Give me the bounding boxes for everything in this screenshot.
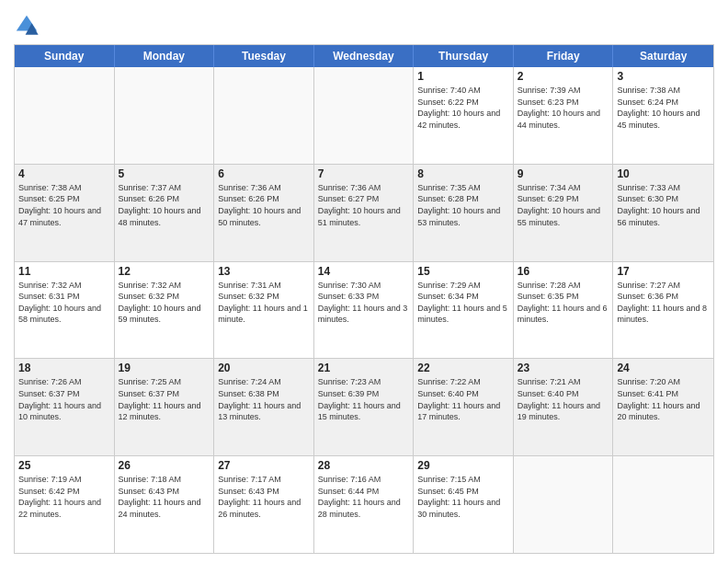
day-number: 21 <box>318 362 410 374</box>
day-info: Sunrise: 7:25 AM Sunset: 6:37 PM Dayligh… <box>119 376 210 422</box>
header-day-saturday: Saturday <box>613 45 713 67</box>
day-number: 27 <box>218 459 310 472</box>
day-number: 17 <box>617 265 710 278</box>
header-day-friday: Friday <box>514 45 614 67</box>
empty-cell <box>613 456 713 553</box>
day-number: 8 <box>417 167 509 180</box>
day-info: Sunrise: 7:39 AM Sunset: 6:23 PM Dayligh… <box>518 85 609 131</box>
day-info: Sunrise: 7:34 AM Sunset: 6:29 PM Dayligh… <box>518 182 609 228</box>
day-info: Sunrise: 7:28 AM Sunset: 6:35 PM Dayligh… <box>518 280 609 326</box>
day-number: 10 <box>617 167 710 180</box>
calendar: SundayMondayTuesdayWednesdayThursdayFrid… <box>14 44 714 554</box>
day-cell-13: 13Sunrise: 7:31 AM Sunset: 6:32 PM Dayli… <box>214 262 314 359</box>
day-number: 2 <box>518 70 609 83</box>
day-info: Sunrise: 7:35 AM Sunset: 6:28 PM Dayligh… <box>417 182 509 228</box>
day-cell-17: 17Sunrise: 7:27 AM Sunset: 6:36 PM Dayli… <box>613 262 713 359</box>
day-info: Sunrise: 7:20 AM Sunset: 6:41 PM Dayligh… <box>617 376 710 422</box>
day-info: Sunrise: 7:19 AM Sunset: 6:42 PM Dayligh… <box>18 474 110 520</box>
day-cell-28: 28Sunrise: 7:16 AM Sunset: 6:44 PM Dayli… <box>314 456 415 553</box>
day-info: Sunrise: 7:21 AM Sunset: 6:40 PM Dayligh… <box>518 376 609 422</box>
header <box>14 9 714 39</box>
day-number: 14 <box>318 265 410 278</box>
day-cell-26: 26Sunrise: 7:18 AM Sunset: 6:43 PM Dayli… <box>115 456 215 553</box>
day-info: Sunrise: 7:40 AM Sunset: 6:22 PM Dayligh… <box>417 85 509 131</box>
day-info: Sunrise: 7:26 AM Sunset: 6:37 PM Dayligh… <box>18 376 110 422</box>
day-cell-6: 6Sunrise: 7:36 AM Sunset: 6:26 PM Daylig… <box>214 165 314 261</box>
day-number: 18 <box>18 362 110 374</box>
day-cell-22: 22Sunrise: 7:22 AM Sunset: 6:40 PM Dayli… <box>414 359 514 455</box>
header-day-tuesday: Tuesday <box>214 45 314 67</box>
calendar-row-2: 11Sunrise: 7:32 AM Sunset: 6:31 PM Dayli… <box>15 261 713 359</box>
header-day-thursday: Thursday <box>414 45 514 67</box>
day-info: Sunrise: 7:36 AM Sunset: 6:27 PM Dayligh… <box>318 182 410 228</box>
day-cell-8: 8Sunrise: 7:35 AM Sunset: 6:28 PM Daylig… <box>414 165 514 261</box>
day-info: Sunrise: 7:16 AM Sunset: 6:44 PM Dayligh… <box>318 474 410 520</box>
day-number: 9 <box>518 167 609 180</box>
header-day-wednesday: Wednesday <box>314 45 415 67</box>
day-info: Sunrise: 7:18 AM Sunset: 6:43 PM Dayligh… <box>119 474 210 520</box>
day-number: 7 <box>318 167 410 180</box>
day-info: Sunrise: 7:15 AM Sunset: 6:45 PM Dayligh… <box>417 474 509 520</box>
logo-icon <box>14 13 40 39</box>
day-info: Sunrise: 7:31 AM Sunset: 6:32 PM Dayligh… <box>218 280 310 326</box>
day-number: 25 <box>18 459 110 472</box>
day-number: 19 <box>119 362 210 374</box>
day-number: 24 <box>617 362 710 374</box>
day-cell-27: 27Sunrise: 7:17 AM Sunset: 6:43 PM Dayli… <box>214 456 314 553</box>
header-day-monday: Monday <box>115 45 215 67</box>
day-cell-16: 16Sunrise: 7:28 AM Sunset: 6:35 PM Dayli… <box>514 262 614 359</box>
logo <box>14 13 43 39</box>
day-number: 3 <box>617 70 710 83</box>
day-info: Sunrise: 7:27 AM Sunset: 6:36 PM Dayligh… <box>617 280 710 326</box>
page: SundayMondayTuesdayWednesdayThursdayFrid… <box>0 0 728 563</box>
day-info: Sunrise: 7:17 AM Sunset: 6:43 PM Dayligh… <box>218 474 310 520</box>
calendar-header: SundayMondayTuesdayWednesdayThursdayFrid… <box>15 45 713 67</box>
day-info: Sunrise: 7:24 AM Sunset: 6:38 PM Dayligh… <box>218 376 310 422</box>
empty-cell <box>514 456 614 553</box>
empty-cell <box>214 67 314 164</box>
day-cell-18: 18Sunrise: 7:26 AM Sunset: 6:37 PM Dayli… <box>15 359 115 455</box>
day-info: Sunrise: 7:30 AM Sunset: 6:33 PM Dayligh… <box>318 280 410 326</box>
day-number: 12 <box>119 265 210 278</box>
day-cell-21: 21Sunrise: 7:23 AM Sunset: 6:39 PM Dayli… <box>314 359 415 455</box>
day-cell-9: 9Sunrise: 7:34 AM Sunset: 6:29 PM Daylig… <box>514 165 614 261</box>
day-cell-4: 4Sunrise: 7:38 AM Sunset: 6:25 PM Daylig… <box>15 165 115 261</box>
day-number: 13 <box>218 265 310 278</box>
day-cell-23: 23Sunrise: 7:21 AM Sunset: 6:40 PM Dayli… <box>514 359 614 455</box>
day-number: 26 <box>119 459 210 472</box>
day-info: Sunrise: 7:32 AM Sunset: 6:32 PM Dayligh… <box>119 280 210 326</box>
day-number: 20 <box>218 362 310 374</box>
day-info: Sunrise: 7:36 AM Sunset: 6:26 PM Dayligh… <box>218 182 310 228</box>
day-number: 28 <box>318 459 410 472</box>
day-cell-3: 3Sunrise: 7:38 AM Sunset: 6:24 PM Daylig… <box>613 67 713 164</box>
day-number: 15 <box>417 265 509 278</box>
calendar-row-0: 1Sunrise: 7:40 AM Sunset: 6:22 PM Daylig… <box>15 67 713 164</box>
day-cell-24: 24Sunrise: 7:20 AM Sunset: 6:41 PM Dayli… <box>613 359 713 455</box>
empty-cell <box>314 67 415 164</box>
day-cell-10: 10Sunrise: 7:33 AM Sunset: 6:30 PM Dayli… <box>613 165 713 261</box>
day-cell-14: 14Sunrise: 7:30 AM Sunset: 6:33 PM Dayli… <box>314 262 415 359</box>
day-cell-19: 19Sunrise: 7:25 AM Sunset: 6:37 PM Dayli… <box>115 359 215 455</box>
calendar-row-4: 25Sunrise: 7:19 AM Sunset: 6:42 PM Dayli… <box>15 455 713 553</box>
day-cell-29: 29Sunrise: 7:15 AM Sunset: 6:45 PM Dayli… <box>414 456 514 553</box>
day-info: Sunrise: 7:37 AM Sunset: 6:26 PM Dayligh… <box>119 182 210 228</box>
day-cell-7: 7Sunrise: 7:36 AM Sunset: 6:27 PM Daylig… <box>314 165 415 261</box>
day-cell-5: 5Sunrise: 7:37 AM Sunset: 6:26 PM Daylig… <box>115 165 215 261</box>
day-number: 6 <box>218 167 310 180</box>
day-number: 23 <box>518 362 609 374</box>
day-info: Sunrise: 7:32 AM Sunset: 6:31 PM Dayligh… <box>18 280 110 326</box>
day-number: 4 <box>18 167 110 180</box>
day-info: Sunrise: 7:23 AM Sunset: 6:39 PM Dayligh… <box>318 376 410 422</box>
day-info: Sunrise: 7:33 AM Sunset: 6:30 PM Dayligh… <box>617 182 710 228</box>
day-cell-15: 15Sunrise: 7:29 AM Sunset: 6:34 PM Dayli… <box>414 262 514 359</box>
header-day-sunday: Sunday <box>15 45 115 67</box>
day-number: 16 <box>518 265 609 278</box>
day-number: 1 <box>417 70 509 83</box>
day-info: Sunrise: 7:38 AM Sunset: 6:25 PM Dayligh… <box>18 182 110 228</box>
day-number: 29 <box>417 459 509 472</box>
calendar-body: 1Sunrise: 7:40 AM Sunset: 6:22 PM Daylig… <box>15 67 713 553</box>
day-number: 11 <box>18 265 110 278</box>
calendar-row-3: 18Sunrise: 7:26 AM Sunset: 6:37 PM Dayli… <box>15 358 713 455</box>
empty-cell <box>15 67 115 164</box>
calendar-row-1: 4Sunrise: 7:38 AM Sunset: 6:25 PM Daylig… <box>15 164 713 261</box>
